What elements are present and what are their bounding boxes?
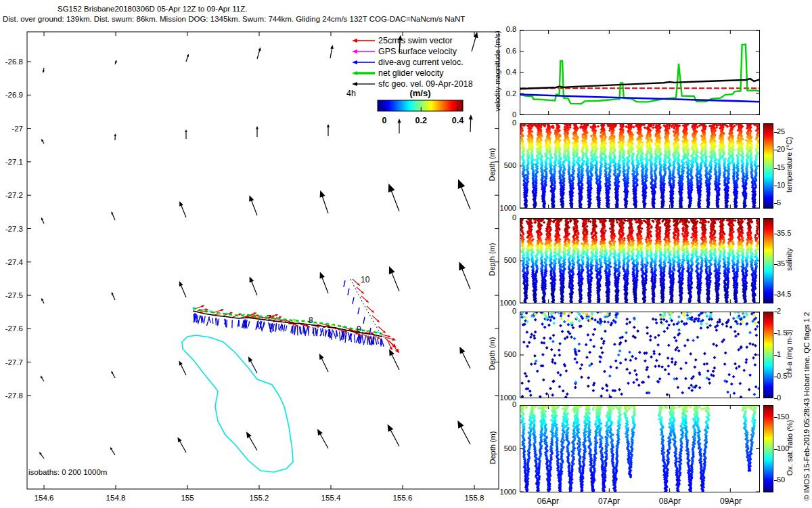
map-legend: 25cm/s swim vectorGPS surface velocitydi… (346, 35, 473, 125)
velocity-ytick-label: 0 (469, 110, 516, 119)
map-ytick-label: -27.3 (5, 225, 23, 233)
velocity-ytick-label: 0.4 (469, 68, 516, 76)
oxygen-cbar-tick (774, 417, 777, 418)
legend-colorbar (378, 100, 463, 111)
chl-a-clabel: chl-a (mg m-3) (785, 310, 793, 397)
map-xtick-label: 154.6 (35, 494, 54, 502)
oxygen-cbar-tick (774, 449, 777, 450)
chl-a-cbar-tick (774, 333, 777, 334)
figure-root: { "header": { "line1": "SG152 Brisbane20… (0, 0, 812, 508)
map-xtick-label: 154.8 (106, 494, 126, 502)
legend-colorbar-tick: 0.4 (452, 116, 464, 125)
temperature-cbar-tick (774, 132, 777, 133)
salinity-cbar-tick (774, 264, 777, 265)
time-xtick-label: 08Apr (646, 496, 694, 506)
dive-number-label: 8 (309, 316, 313, 325)
dive-number-label: 7 (267, 314, 271, 323)
chl-a-cbar-tick (774, 377, 777, 377)
map-ytick-label: -26.8 (5, 58, 23, 66)
salinity-clabel: salinity (785, 217, 793, 302)
map-xtick-label: 155.4 (321, 494, 341, 502)
temperature-cbar-tick (774, 150, 777, 150)
velocity-ylabel: velocity magnitude (m/s) (493, 28, 501, 114)
dive-number-label: 10 (361, 275, 370, 284)
oxygen-clabel: Ox. sat. ratio (%) (785, 404, 793, 491)
oxygen-plot-canvas (520, 406, 759, 492)
imos-watermark: © IMOS 15-Feb-2019 05:28:43 Hobart time.… (803, 189, 811, 501)
map-ytick-label: -27.5 (5, 291, 23, 299)
legend-colorbar-title: (m/s) (409, 88, 430, 98)
map-ytick-label: -27.1 (5, 158, 23, 166)
chl-a-ylabel: Depth (m) (488, 310, 496, 397)
legend-item-label: 25cm/s swim vector (378, 36, 453, 45)
map-ytick-label: -27.6 (5, 324, 23, 333)
salinity-ylabel: Depth (m) (488, 217, 496, 302)
velocity-plot-canvas (520, 30, 759, 114)
map-ytick-label: -27.8 (5, 391, 23, 400)
dive-number-label: 9 (357, 324, 361, 334)
oxygen-colorbar (763, 405, 773, 492)
map-ytick-label: -27.2 (5, 191, 23, 199)
temperature-cbar-tick (774, 186, 777, 186)
time-xtick-label: 07Apr (585, 496, 633, 506)
velocity-ytick-label: 0.8 (469, 25, 516, 33)
legend-item-label: net glider velocity (378, 68, 444, 78)
map-ytick-label: -27.7 (5, 358, 23, 366)
salinity-plot-canvas (520, 219, 759, 303)
salinity-cbar-tick (774, 234, 777, 234)
salinity-colorbar (763, 218, 773, 303)
map-ytick-label: -27.4 (5, 258, 24, 266)
map-ytick-label: -27 (12, 125, 23, 133)
map-xtick-label: 155.6 (393, 494, 413, 502)
oxygen-ylabel: Depth (m) (488, 404, 496, 491)
temperature-clabel: temperature (°C) (785, 122, 793, 207)
temperature-plot-canvas (520, 124, 759, 208)
legend-item-label: dive-avg current veloc. (378, 58, 464, 67)
isobaths-label: isobaths: 0 200 1000m (28, 468, 107, 476)
legend-item-label: sfc geo. vel. 09-Apr-2018 (378, 79, 473, 89)
time-xtick-label: 09Apr (707, 496, 754, 506)
map-quiver-plot: 154.6154.8155155.2155.4155.6155.8-26.8-2… (0, 0, 514, 508)
temperature-cbar-tick (774, 203, 777, 204)
temperature-colorbar (763, 123, 773, 209)
isobath-contour (182, 335, 293, 472)
map-ytick-label: -26.9 (5, 91, 23, 99)
legend-colorbar-tick: 0 (382, 116, 387, 125)
oxygen-cbar-tick (774, 480, 777, 481)
legend-colorbar-tick: 0.2 (415, 116, 427, 125)
chl-a-cbar-tick (774, 355, 777, 356)
velocity-ytick-label: 0.2 (469, 89, 516, 98)
chl-a-colorbar (763, 312, 773, 398)
velocity-ytick-label: 0.6 (469, 47, 516, 55)
time-xtick-label: 06Apr (524, 496, 572, 506)
legend-item-label: GPS surface velocity (378, 47, 457, 56)
chl-a-cbar-tick (774, 312, 777, 312)
salinity-cbar-tick (774, 295, 777, 295)
map-xtick-label: 155 (181, 494, 194, 502)
temperature-cbar-tick (774, 168, 777, 169)
legend-duration-label: 4h (346, 89, 356, 98)
track-branch-dive10 (351, 279, 382, 337)
temperature-ylabel: Depth (m) (488, 122, 496, 207)
map-xtick-label: 155.2 (250, 494, 269, 502)
chl-a-cbar-tick (774, 398, 777, 399)
chl-a-plot-canvas (520, 312, 759, 398)
